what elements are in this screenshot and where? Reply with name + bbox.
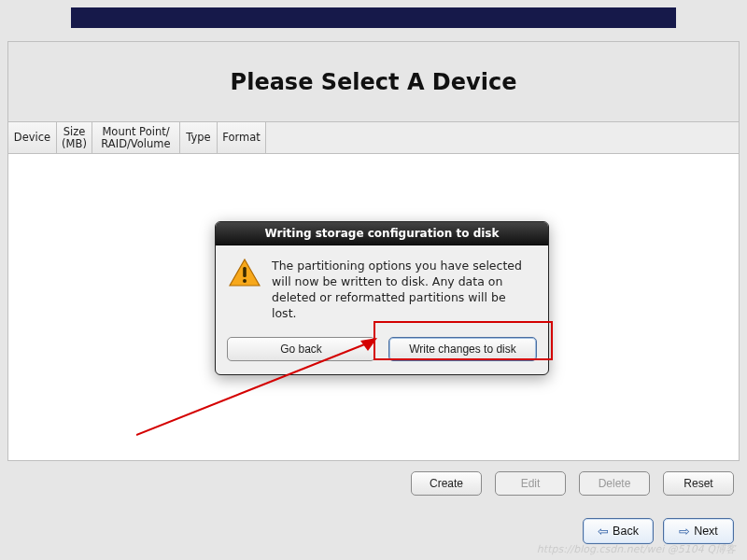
col-device[interactable]: Device xyxy=(8,122,57,153)
dialog-title: Writing storage configuration to disk xyxy=(216,222,548,245)
dialog-body: The partitioning options you have select… xyxy=(216,245,548,328)
page-title: Please Select A Device xyxy=(8,42,739,122)
create-button[interactable]: Create xyxy=(411,471,482,496)
page-title-text: Please Select A Device xyxy=(231,69,517,95)
installer-header-band xyxy=(71,7,676,28)
dialog-message: The partitioning options you have select… xyxy=(272,259,533,322)
col-mountpoint[interactable]: Mount Point/ RAID/Volume xyxy=(92,122,180,153)
warning-icon xyxy=(229,259,261,287)
partition-actions: Create Edit Delete Reset xyxy=(7,467,740,500)
col-format[interactable]: Format xyxy=(218,122,266,153)
arrow-left-icon: ⇦ xyxy=(598,525,609,538)
write-changes-button[interactable]: Write changes to disk xyxy=(388,337,537,361)
svg-rect-1 xyxy=(243,267,247,277)
dialog-buttons: Go back Write changes to disk xyxy=(216,328,548,374)
back-button[interactable]: ⇦ Back xyxy=(583,518,654,544)
go-back-button[interactable]: Go back xyxy=(227,337,375,361)
col-type[interactable]: Type xyxy=(180,122,218,153)
reset-button[interactable]: Reset xyxy=(663,471,734,496)
wizard-nav: ⇦ Back ⇨ Next xyxy=(7,515,740,547)
col-spacer xyxy=(266,122,739,153)
write-storage-dialog: Writing storage configuration to disk Th… xyxy=(215,221,549,375)
svg-point-2 xyxy=(243,279,247,283)
delete-button: Delete xyxy=(579,471,650,496)
arrow-right-icon: ⇨ xyxy=(679,525,690,538)
next-button[interactable]: ⇨ Next xyxy=(663,518,734,544)
edit-button: Edit xyxy=(495,471,566,496)
device-table-header: Device Size (MB) Mount Point/ RAID/Volum… xyxy=(8,122,739,154)
col-size[interactable]: Size (MB) xyxy=(57,122,92,153)
